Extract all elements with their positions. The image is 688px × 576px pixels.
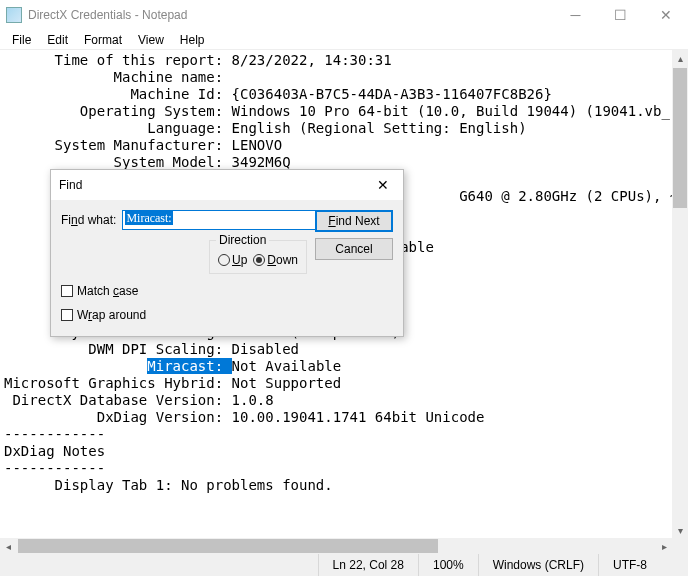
menu-format[interactable]: Format — [76, 31, 130, 49]
horizontal-scroll-thumb[interactable] — [18, 539, 438, 553]
status-bar: Ln 22, Col 28 100% Windows (CRLF) UTF-8 — [0, 554, 688, 576]
scroll-corner — [672, 538, 688, 554]
find-dialog: Find ✕ Find what: Miracast: Find Next Ca… — [50, 169, 404, 337]
menu-help[interactable]: Help — [172, 31, 213, 49]
menu-file[interactable]: File — [4, 31, 39, 49]
direction-down-radio[interactable]: Down — [253, 253, 298, 267]
find-title-bar[interactable]: Find ✕ — [51, 170, 403, 200]
direction-up-radio[interactable]: Up — [218, 253, 247, 267]
menu-edit[interactable]: Edit — [39, 31, 76, 49]
status-zoom: 100% — [418, 554, 478, 576]
direction-group: Direction Up Down — [209, 240, 307, 274]
window-controls: ─ ☐ ✕ — [553, 0, 688, 30]
menu-bar: File Edit Format View Help — [0, 30, 688, 49]
vertical-scrollbar[interactable]: ▴ ▾ — [672, 50, 688, 538]
find-close-button[interactable]: ✕ — [363, 170, 403, 200]
status-position: Ln 22, Col 28 — [318, 554, 418, 576]
wrap-around-checkbox[interactable]: Wrap around — [61, 308, 146, 322]
status-line-ending: Windows (CRLF) — [478, 554, 598, 576]
horizontal-scrollbar[interactable]: ◂ ▸ — [0, 538, 672, 554]
window-title: DirectX Credentials - Notepad — [28, 8, 553, 22]
direction-label: Direction — [216, 233, 269, 247]
match-case-checkbox[interactable]: Match case — [61, 284, 146, 298]
cancel-button[interactable]: Cancel — [315, 238, 393, 260]
close-button[interactable]: ✕ — [643, 0, 688, 30]
vertical-scroll-thumb[interactable] — [673, 68, 687, 208]
find-next-button[interactable]: Find Next — [315, 210, 393, 232]
scroll-left-icon[interactable]: ◂ — [0, 538, 16, 554]
status-encoding: UTF-8 — [598, 554, 688, 576]
notepad-icon — [6, 7, 22, 23]
find-what-label: Find what: — [61, 213, 116, 227]
minimize-button[interactable]: ─ — [553, 0, 598, 30]
scroll-up-icon[interactable]: ▴ — [672, 50, 688, 66]
scroll-down-icon[interactable]: ▾ — [672, 522, 688, 538]
find-title: Find — [59, 178, 82, 192]
title-bar: DirectX Credentials - Notepad ─ ☐ ✕ — [0, 0, 688, 30]
menu-view[interactable]: View — [130, 31, 172, 49]
scroll-right-icon[interactable]: ▸ — [656, 538, 672, 554]
maximize-button[interactable]: ☐ — [598, 0, 643, 30]
